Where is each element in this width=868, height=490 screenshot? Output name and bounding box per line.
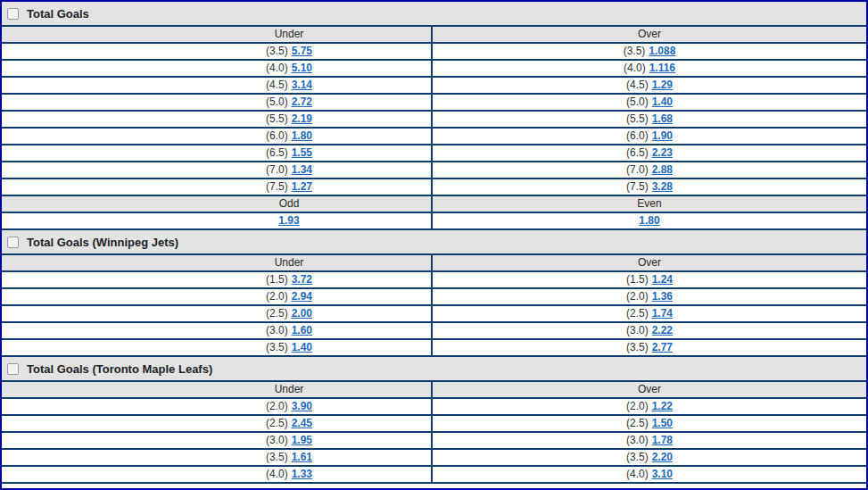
over-odds-link[interactable]: 2.20	[652, 451, 673, 463]
over-odds-link[interactable]: 2.88	[652, 163, 673, 176]
over-odds-link[interactable]: 2.23	[652, 146, 673, 159]
under-odds-link[interactable]: 2.45	[292, 417, 312, 429]
odds-row: (5.0)2.72 (5.0)1.40	[2, 95, 866, 112]
over-line-value: (1.5)	[626, 273, 649, 286]
over-odds-link[interactable]: 1.80	[639, 214, 659, 227]
market-header[interactable]: Total Goals (Toronto Maple Leafs)	[2, 357, 866, 382]
over-cell: (3.5)2.20	[433, 450, 866, 467]
under-odds-link[interactable]: 3.72	[292, 273, 312, 286]
under-odds-link[interactable]: 1.33	[292, 468, 312, 480]
over-line-value: (3.5)	[624, 45, 646, 57]
over-odds-link[interactable]: 1.36	[652, 290, 673, 303]
over-odds-link[interactable]: 1.74	[652, 307, 673, 320]
under-line-value: (5.0)	[266, 96, 288, 108]
under-odds-link[interactable]: 3.14	[292, 79, 312, 91]
over-odds-link[interactable]: 1.22	[652, 400, 673, 412]
under-line-value: (3.0)	[266, 324, 288, 336]
under-column-header: Under	[2, 382, 433, 399]
odds-row: (3.5)5.75 (3.5)1.088	[2, 44, 866, 61]
over-odds-link[interactable]: 1.29	[652, 79, 673, 91]
over-odds-link[interactable]: 3.28	[652, 180, 673, 193]
under-odds-link[interactable]: 1.40	[292, 341, 312, 353]
under-line-value: (2.5)	[266, 417, 288, 429]
under-odds-link[interactable]: 5.10	[292, 62, 312, 74]
market-header[interactable]: Total Goals (Winnipeg Jets)	[2, 230, 866, 255]
under-odds-link[interactable]: 2.72	[292, 96, 312, 108]
under-odds-link[interactable]: 1.95	[292, 434, 312, 446]
under-odds-link[interactable]: 1.60	[292, 324, 312, 336]
market-title: Total Goals (Toronto Maple Leafs)	[27, 362, 212, 376]
under-line-value: (4.0)	[266, 468, 288, 480]
over-cell: (5.5)1.68	[433, 112, 866, 129]
under-line-value: (6.5)	[266, 146, 288, 159]
over-odds-link[interactable]: 1.24	[652, 273, 673, 286]
under-odds-link[interactable]: 1.34	[292, 163, 312, 176]
over-odds-link[interactable]: 2.22	[652, 324, 673, 336]
over-line-value: (3.0)	[626, 324, 649, 336]
under-odds-link[interactable]: 2.19	[292, 112, 312, 125]
market-rows: Under Over (1.5)3.72 (1.5)1.24 (2.0)2.94…	[2, 255, 866, 357]
over-cell: (2.5)1.74	[433, 306, 866, 323]
under-cell: (2.0)3.90	[2, 399, 433, 416]
over-cell: (4.5)1.29	[433, 78, 866, 95]
over-cell: (3.0)2.22	[433, 323, 866, 340]
odds-row: (6.5)1.55 (6.5)2.23	[2, 145, 866, 162]
over-odds-link[interactable]: 1.90	[652, 129, 673, 142]
under-line-value: (1.5)	[266, 273, 288, 286]
market-header[interactable]: Total Goals	[2, 2, 866, 27]
over-line-value: (5.0)	[626, 96, 649, 108]
over-odds-link[interactable]: 1.78	[652, 434, 673, 446]
under-odds-link[interactable]: 1.93	[278, 214, 299, 227]
under-odds-link[interactable]: 2.94	[292, 290, 312, 303]
over-cell: (6.5)2.23	[433, 145, 866, 162]
over-line-value: (4.0)	[626, 468, 649, 480]
under-line-value: (3.5)	[266, 451, 288, 463]
under-cell: (2.0)2.94	[2, 289, 433, 306]
over-cell: (3.0)1.78	[433, 433, 866, 450]
market-checkbox[interactable]	[7, 8, 19, 20]
market-section: Total Goals (Toronto Maple Leafs) Under …	[2, 357, 866, 484]
under-cell: (5.0)2.72	[2, 95, 433, 112]
under-odds-link[interactable]: 5.75	[292, 45, 312, 57]
subheader-row: Odd Even	[2, 196, 866, 213]
under-cell: (6.0)1.80	[2, 129, 433, 145]
under-cell: (3.5)1.61	[2, 450, 433, 467]
values-row: 1.93 1.80	[2, 213, 866, 230]
under-odds-link[interactable]: 1.55	[292, 146, 312, 159]
under-cell: (6.5)1.55	[2, 145, 433, 162]
over-cell: (4.0)1.116	[433, 61, 866, 78]
under-cell: (4.0)5.10	[2, 61, 433, 78]
over-line-value: (7.0)	[626, 163, 649, 176]
over-cell: (2.0)1.22	[433, 399, 866, 416]
over-odds-link[interactable]: 1.088	[649, 45, 675, 57]
under-odds-link[interactable]: 1.27	[292, 180, 312, 193]
under-odds-link[interactable]: 2.00	[292, 307, 312, 320]
under-odds-link[interactable]: 3.90	[292, 400, 312, 412]
over-odds-link[interactable]: 2.77	[652, 341, 673, 353]
under-line-value: (6.0)	[266, 129, 288, 142]
over-odds-link[interactable]: 1.116	[649, 62, 675, 74]
odds-row: (4.0)1.33 (4.0)3.10	[2, 467, 866, 484]
odds-row: (1.5)3.72 (1.5)1.24	[2, 272, 866, 289]
over-odds-link[interactable]: 3.10	[652, 468, 673, 480]
over-cell: 1.80	[433, 213, 866, 230]
over-line-value: (3.0)	[626, 434, 649, 446]
over-cell: (3.5)2.77	[433, 340, 866, 357]
market-checkbox[interactable]	[7, 237, 19, 248]
under-line-value: (3.5)	[266, 45, 288, 57]
over-line-value: (2.0)	[626, 290, 649, 303]
over-cell: (2.5)1.50	[433, 416, 866, 433]
under-cell: (7.0)1.34	[2, 162, 433, 179]
market-checkbox[interactable]	[7, 363, 19, 375]
over-line-value: (3.5)	[626, 451, 649, 463]
over-odds-link[interactable]: 1.50	[652, 417, 673, 429]
under-odds-link[interactable]: 1.80	[292, 129, 312, 142]
over-odds-link[interactable]: 1.68	[652, 112, 673, 125]
market-rows: Under Over (3.5)5.75 (3.5)1.088 (4.0)5.1…	[2, 27, 866, 230]
under-odds-link[interactable]: 1.61	[292, 451, 312, 463]
under-line-value: (2.5)	[266, 307, 288, 320]
over-cell: (1.5)1.24	[433, 272, 866, 289]
over-odds-link[interactable]: 1.40	[652, 96, 673, 108]
under-column-header: Under	[2, 27, 433, 44]
subheader-row: Under Over	[2, 27, 866, 44]
